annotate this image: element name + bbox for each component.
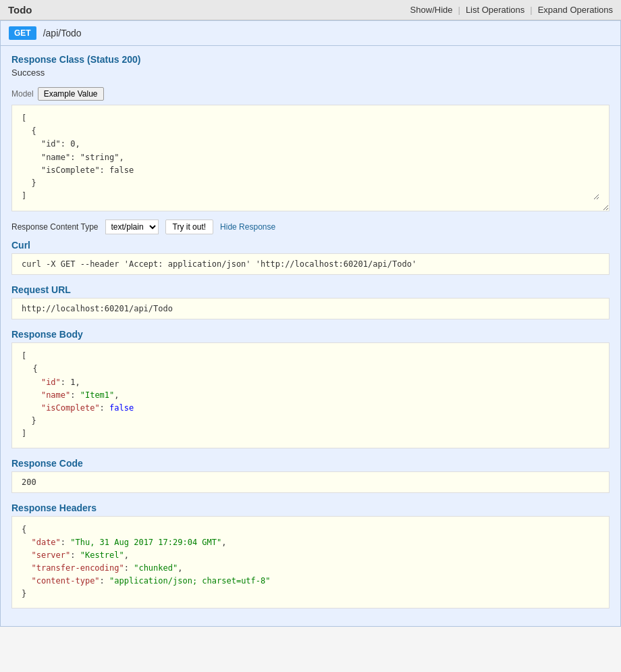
- app-title: Todo: [8, 4, 32, 16]
- response-body-section: Response Body [ { "id": 1, "name": "Item…: [11, 329, 610, 448]
- show-hide-link[interactable]: Show/Hide: [410, 5, 453, 15]
- try-it-out-button[interactable]: Try it out!: [165, 219, 214, 234]
- request-url-value: http://localhost:60201/api/Todo: [11, 298, 610, 319]
- response-headers-title: Response Headers: [11, 502, 610, 513]
- rb-close-brace: }: [22, 416, 36, 425]
- rh-close-brace: }: [22, 589, 26, 598]
- expand-operations-link[interactable]: Expand Operations: [538, 5, 613, 15]
- request-url-section: Request URL http://localhost:60201/api/T…: [11, 284, 610, 319]
- controls-row: Response Content Type text/plain Try it …: [11, 219, 610, 234]
- example-value-tab[interactable]: Example Value: [38, 87, 104, 101]
- rb-open-bracket: [: [22, 351, 26, 361]
- curl-value: curl -X GET --header 'Accept: applicatio…: [11, 253, 610, 275]
- sep1: |: [458, 5, 460, 15]
- response-code-section: Response Code 200: [11, 458, 610, 493]
- endpoint-bar: GET /api/Todo: [0, 20, 621, 46]
- rb-open-brace: {: [23, 364, 38, 373]
- rh-date: "date": "Thu, 31 Aug 2017 17:29:04 GMT",: [22, 538, 226, 547]
- response-body-code: [ { "id": 1, "name": "Item1", "isComplet…: [11, 342, 610, 448]
- request-url-title: Request URL: [11, 284, 610, 295]
- hide-response-link[interactable]: Hide Response: [220, 222, 275, 232]
- model-code-block: [ { "id": 0, "name": "string", "isComple…: [11, 105, 610, 211]
- response-headers-code: { "date": "Thu, 31 Aug 2017 17:29:04 GMT…: [11, 516, 610, 609]
- method-badge: GET: [9, 26, 36, 40]
- top-links: Show/Hide | List Operations | Expand Ope…: [410, 5, 613, 15]
- rb-id: "id": 1,: [22, 378, 80, 387]
- response-class-subtitle: Success: [11, 68, 610, 78]
- curl-title: Curl: [11, 240, 610, 251]
- response-code-value: 200: [11, 471, 610, 493]
- top-bar: Todo Show/Hide | List Operations | Expan…: [0, 0, 621, 20]
- rb-close-bracket: ]: [22, 429, 26, 438]
- curl-section: Curl curl -X GET --header 'Accept: appli…: [11, 240, 610, 275]
- model-code-textarea[interactable]: [ { "id": 0, "name": "string", "isComple…: [22, 112, 599, 200]
- rb-iscomplete: "isComplete": false: [22, 403, 134, 413]
- rh-open-brace: {: [22, 525, 26, 534]
- response-code-title: Response Code: [11, 458, 610, 469]
- main-content: Response Class (Status 200) Success Mode…: [0, 46, 621, 627]
- rh-transfer: "transfer-encoding": "chunked",: [22, 563, 182, 573]
- rh-content-type: "content-type": "application/json; chars…: [22, 576, 270, 586]
- response-headers-section: Response Headers { "date": "Thu, 31 Aug …: [11, 502, 610, 609]
- response-class-title: Response Class (Status 200): [11, 54, 610, 65]
- endpoint-path: /api/Todo: [43, 28, 82, 38]
- content-type-label: Response Content Type: [11, 222, 99, 232]
- content-type-select[interactable]: text/plain: [105, 219, 159, 234]
- response-body-title: Response Body: [11, 329, 610, 340]
- sep2: |: [530, 5, 532, 15]
- model-tabs: Model Example Value: [11, 87, 610, 101]
- model-label: Model: [11, 89, 34, 99]
- response-class-section: Response Class (Status 200) Success: [11, 54, 610, 78]
- rb-name: "name": "Item1",: [22, 390, 119, 400]
- rh-server: "server": "Kestrel",: [22, 550, 129, 560]
- list-operations-link[interactable]: List Operations: [466, 5, 524, 15]
